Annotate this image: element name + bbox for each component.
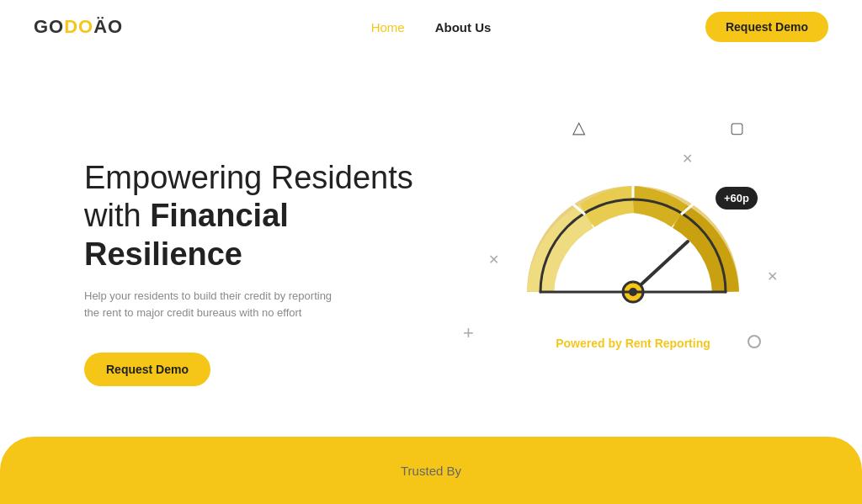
triangle-icon: △ xyxy=(572,117,585,137)
powered-by-text: Powered by Rent Reporting xyxy=(556,337,710,350)
nav-links: Home About Us xyxy=(371,20,492,34)
rent-reporting-label: Rent Reporting xyxy=(625,337,710,350)
hero-illustration: △ ✕ ▢ ✕ + ✕ xyxy=(438,75,828,445)
hero-content: Empowering Residents with Financial Resi… xyxy=(84,134,438,386)
plus-icon: + xyxy=(463,322,474,344)
navbar: GODOÄO Home About Us Request Demo xyxy=(0,0,862,54)
logo-part3: ÄO xyxy=(93,16,123,37)
hero-title: Empowering Residents with Financial Resi… xyxy=(84,159,438,274)
circle-icon xyxy=(748,335,761,348)
gauge-illustration: +60p xyxy=(524,170,742,321)
hero-subtitle: Help your residents to build their credi… xyxy=(84,288,337,323)
logo-part2: DO xyxy=(64,16,93,37)
hero-request-demo-button[interactable]: Request Demo xyxy=(84,353,210,386)
square-icon: ▢ xyxy=(730,119,744,137)
x-icon-1: ✕ xyxy=(682,151,693,167)
hero-title-line1: Empowering Residents xyxy=(84,160,413,195)
x-icon-2: ✕ xyxy=(488,252,499,268)
logo: GODOÄO xyxy=(34,16,123,38)
nav-about[interactable]: About Us xyxy=(435,20,492,34)
hero-section: Empowering Residents with Financial Resi… xyxy=(0,54,862,449)
hero-title-line2: with xyxy=(84,198,150,233)
x-icon-3: ✕ xyxy=(767,268,778,284)
nav-home[interactable]: Home xyxy=(371,20,405,34)
trusted-by-bar: Trusted By xyxy=(0,437,862,504)
gauge-svg xyxy=(524,170,742,305)
gauge-badge: +60p xyxy=(716,187,758,210)
nav-request-demo-button[interactable]: Request Demo xyxy=(705,12,828,42)
logo-part1: GO xyxy=(34,16,64,37)
trusted-by-label: Trusted By xyxy=(401,464,461,478)
powered-prefix: Powered by xyxy=(556,337,625,350)
